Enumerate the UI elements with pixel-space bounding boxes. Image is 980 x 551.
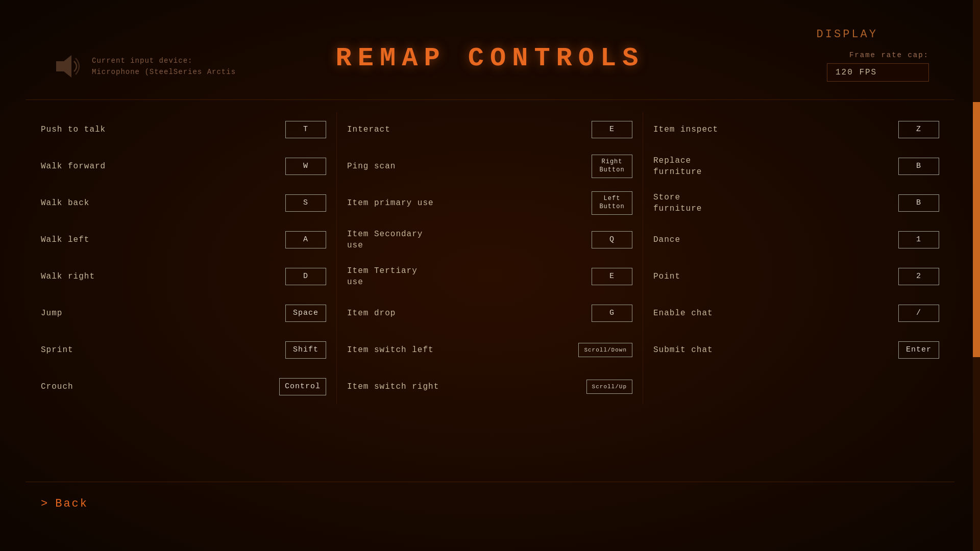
control-label-walk-right: Walk right xyxy=(41,271,285,282)
control-row: Crouch Control xyxy=(31,369,336,404)
svg-marker-0 xyxy=(56,55,71,78)
control-label-dance: Dance xyxy=(653,234,898,245)
control-label-point: Point xyxy=(653,271,898,282)
back-label: Back xyxy=(55,497,88,510)
key-submit-chat[interactable]: Enter xyxy=(898,341,939,359)
key-replace-furniture[interactable]: B xyxy=(898,158,939,175)
items-column: Interact E Ping scan RightButton Item pr… xyxy=(337,112,643,404)
key-jump[interactable]: Space xyxy=(285,305,326,322)
key-interact[interactable]: E xyxy=(592,121,632,138)
control-label-item-inspect: Item inspect xyxy=(653,124,898,135)
control-label-ping-scan: Ping scan xyxy=(347,161,592,172)
key-item-tertiary[interactable]: E xyxy=(592,268,632,285)
key-item-primary[interactable]: LeftButton xyxy=(592,191,632,214)
scrollbar-track xyxy=(973,0,980,551)
control-label-item-switch-right: Item switch right xyxy=(347,381,586,392)
control-label-item-switch-left: Item switch left xyxy=(347,344,578,356)
control-row: Interact E xyxy=(337,112,643,147)
control-row: Ping scan RightButton xyxy=(337,149,643,184)
control-label-crouch: Crouch xyxy=(41,381,279,392)
control-row: Item drop G xyxy=(337,296,643,331)
fps-value[interactable]: 120 FPS xyxy=(827,63,929,82)
control-label-item-drop: Item drop xyxy=(347,308,592,319)
control-label-item-tertiary: Item Tertiaryuse xyxy=(347,265,592,288)
control-row: Walk right D xyxy=(31,259,336,294)
control-row: Item switch left Scroll/Down xyxy=(337,333,643,367)
control-row: Walk back S xyxy=(31,186,336,220)
back-button[interactable]: > Back xyxy=(41,497,88,510)
control-label-enable-chat: Enable chat xyxy=(653,308,898,319)
control-row: Push to talk T xyxy=(31,112,336,147)
control-row: Replacefurniture B xyxy=(643,149,949,184)
key-walk-left[interactable]: A xyxy=(285,231,326,248)
control-row: Item Secondaryuse Q xyxy=(337,222,643,257)
key-item-switch-left[interactable]: Scroll/Down xyxy=(578,343,632,357)
fps-section: Frame rate cap: 120 FPS xyxy=(827,51,929,82)
header-divider xyxy=(26,99,954,100)
key-dance[interactable]: 1 xyxy=(898,231,939,248)
control-label-submit-chat: Submit chat xyxy=(653,344,898,356)
key-sprint[interactable]: Shift xyxy=(285,341,326,359)
control-row: Item switch right Scroll/Up xyxy=(337,369,643,404)
key-push-to-talk[interactable]: T xyxy=(285,121,326,138)
control-label-store-furniture: Storefurniture xyxy=(653,192,898,215)
key-walk-right[interactable]: D xyxy=(285,268,326,285)
key-walk-forward[interactable]: W xyxy=(285,158,326,175)
control-row: Item primary use LeftButton xyxy=(337,186,643,220)
bottom-divider xyxy=(26,482,954,482)
control-row: Point 2 xyxy=(643,259,949,294)
misc-column: Item inspect Z Replacefurniture B Storef… xyxy=(643,112,949,404)
control-row: Enable chat / xyxy=(643,296,949,331)
control-label-walk-back: Walk back xyxy=(41,197,285,209)
control-label-jump: Jump xyxy=(41,308,285,319)
device-section: Current input device: Microphone (SteelS… xyxy=(51,51,236,82)
page-title: REMAP CONTROLS xyxy=(336,43,645,73)
control-row: Submit chat Enter xyxy=(643,333,949,367)
fps-cap-label: Frame rate cap: xyxy=(849,51,929,59)
device-line2: Microphone (SteelSeries Arctis xyxy=(92,66,236,78)
key-item-switch-right[interactable]: Scroll/Up xyxy=(586,380,632,394)
page-container: DISPLAY Frame rate cap: 120 FPS Current … xyxy=(0,0,980,551)
control-label-replace-furniture: Replacefurniture xyxy=(653,155,898,178)
key-item-secondary[interactable]: Q xyxy=(592,231,632,248)
key-crouch[interactable]: Control xyxy=(279,378,326,395)
key-item-drop[interactable]: G xyxy=(592,305,632,322)
key-ping-scan[interactable]: RightButton xyxy=(592,155,632,178)
scrollbar-thumb[interactable] xyxy=(973,102,980,357)
back-chevron-icon: > xyxy=(41,497,49,510)
speaker-icon xyxy=(51,51,82,82)
control-row: Dance 1 xyxy=(643,222,949,257)
control-row: Sprint Shift xyxy=(31,333,336,367)
control-row: Item Tertiaryuse E xyxy=(337,259,643,294)
movement-column: Push to talk T Walk forward W Walk back … xyxy=(31,112,337,404)
control-label-interact: Interact xyxy=(347,124,592,135)
device-line1: Current input device: xyxy=(92,55,236,66)
key-walk-back[interactable]: S xyxy=(285,194,326,212)
control-row: Walk left A xyxy=(31,222,336,257)
control-row: Jump Space xyxy=(31,296,336,331)
control-label-sprint: Sprint xyxy=(41,344,285,356)
device-info: Current input device: Microphone (SteelS… xyxy=(92,55,236,78)
controls-grid: Push to talk T Walk forward W Walk back … xyxy=(31,112,949,404)
control-row: Walk forward W xyxy=(31,149,336,184)
key-enable-chat[interactable]: / xyxy=(898,305,939,322)
control-label-push-to-talk: Push to talk xyxy=(41,124,285,135)
control-label-item-primary: Item primary use xyxy=(347,197,592,209)
control-row: Item inspect Z xyxy=(643,112,949,147)
control-label-item-secondary: Item Secondaryuse xyxy=(347,229,592,252)
control-row: Storefurniture B xyxy=(643,186,949,220)
key-store-furniture[interactable]: B xyxy=(898,194,939,212)
display-label: DISPLAY xyxy=(817,28,878,41)
control-label-walk-forward: Walk forward xyxy=(41,161,285,172)
key-item-inspect[interactable]: Z xyxy=(898,121,939,138)
key-point[interactable]: 2 xyxy=(898,268,939,285)
control-label-walk-left: Walk left xyxy=(41,234,285,245)
